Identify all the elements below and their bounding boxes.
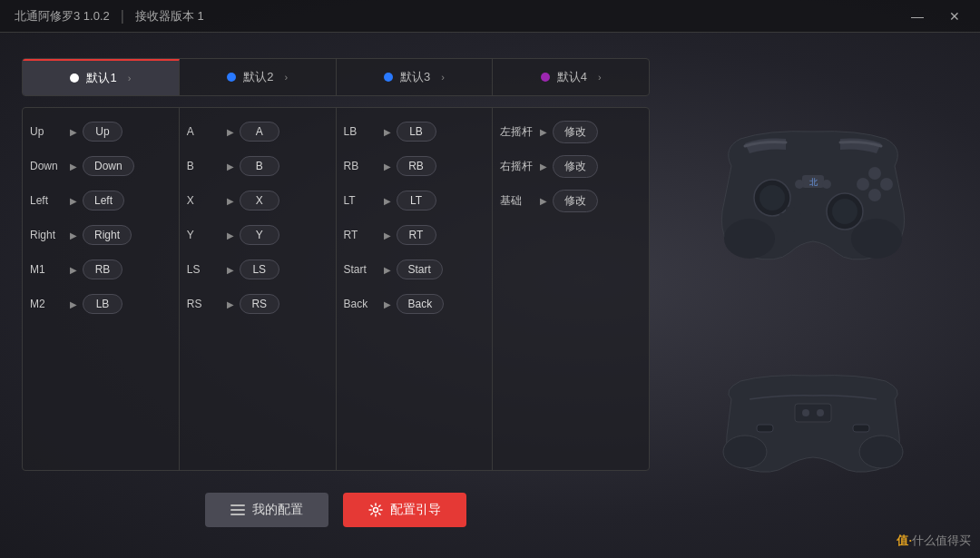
mapping-row: M2 ▶ LB (30, 289, 172, 318)
mapping-row: Y ▶ Y (187, 220, 328, 250)
svg-point-10 (868, 167, 881, 180)
map-arrow: ▶ (540, 127, 547, 137)
svg-point-12 (880, 178, 893, 191)
map-to[interactable]: A (240, 122, 279, 142)
svg-rect-8 (779, 213, 801, 222)
map-to[interactable]: RS (240, 294, 279, 314)
receiver-info: 接收器版本 1 (135, 8, 204, 24)
map-from: A (187, 125, 221, 138)
setup-guide-button[interactable]: 配置引导 (343, 493, 466, 527)
tab-arrow-1: › (128, 73, 132, 83)
right-panel: 北 (668, 58, 958, 543)
mapping-grid: Up ▶ Up Down ▶ Down Left ▶ Left (22, 107, 650, 471)
map-to[interactable]: RB (397, 156, 436, 176)
map-to[interactable]: Up (83, 122, 122, 142)
mapping-row: 左摇杆 ▶ 修改 (500, 117, 642, 146)
tab-arrow-3: › (441, 72, 445, 83)
map-from: LT (344, 194, 378, 207)
svg-rect-23 (853, 425, 869, 432)
map-to[interactable]: RT (397, 225, 436, 245)
tab-dot-2 (227, 73, 236, 82)
map-arrow: ▶ (70, 196, 77, 206)
menu-line-3 (230, 514, 245, 515)
map-to-modify[interactable]: 修改 (553, 190, 598, 212)
profile-tab-2[interactable]: 默认2 › (180, 59, 337, 95)
map-from: Start (344, 263, 378, 276)
svg-point-1 (724, 219, 775, 259)
map-to[interactable]: Down (83, 156, 134, 176)
profile-tab-2-label: 默认2 (243, 69, 273, 85)
watermark-sub: 什么值得买 (912, 534, 971, 547)
mapping-row: A ▶ A (187, 117, 328, 146)
minimize-button[interactable]: — (906, 7, 929, 25)
map-arrow: ▶ (384, 265, 391, 275)
svg-rect-17 (795, 404, 831, 422)
mapping-row: Up ▶ Up (30, 117, 172, 146)
map-from: RT (344, 229, 378, 241)
map-from: RS (187, 298, 221, 310)
mapping-row: Start ▶ Start (344, 255, 485, 284)
app-name: 北通阿修罗3 1.0.2 (15, 8, 110, 24)
map-to[interactable]: B (240, 156, 279, 176)
controller-front-image: 北 (695, 121, 931, 266)
map-from: M1 (30, 263, 64, 276)
map-arrow: ▶ (227, 127, 234, 137)
my-config-button[interactable]: 我的配置 (205, 493, 328, 527)
svg-point-19 (817, 409, 824, 416)
svg-point-15 (822, 180, 831, 189)
svg-text:北: 北 (808, 178, 818, 187)
profile-tab-1[interactable]: 默认1 › (23, 59, 180, 95)
map-from: X (187, 194, 221, 207)
map-from: LS (187, 263, 221, 276)
map-arrow: ▶ (384, 230, 391, 240)
mapping-column-4: 左摇杆 ▶ 修改 右摇杆 ▶ 修改 基础 ▶ 修改 (493, 108, 649, 470)
map-arrow: ▶ (384, 127, 391, 137)
profile-tab-4[interactable]: 默认4 › (493, 59, 649, 95)
map-to-modify[interactable]: 修改 (553, 155, 598, 178)
map-arrow: ▶ (70, 299, 77, 309)
close-button[interactable]: ✕ (944, 7, 965, 25)
menu-icon (230, 504, 245, 515)
mapping-row: LT ▶ LT (344, 186, 485, 215)
map-to[interactable]: X (240, 191, 279, 210)
map-to-modify[interactable]: 修改 (553, 121, 598, 143)
map-to[interactable]: LT (397, 191, 436, 210)
map-to[interactable]: Start (397, 259, 443, 279)
map-to[interactable]: LB (83, 294, 122, 314)
controller-back-image (695, 372, 931, 481)
map-from: B (187, 160, 221, 172)
map-arrow: ▶ (384, 299, 391, 309)
svg-point-4 (760, 185, 785, 210)
map-to[interactable]: Right (83, 225, 132, 245)
map-to[interactable]: Back (397, 294, 445, 314)
map-to[interactable]: Left (83, 191, 124, 210)
svg-point-9 (857, 178, 869, 191)
mapping-column-2: A ▶ A B ▶ B X ▶ X Y (180, 108, 337, 470)
tab-dot-1 (70, 73, 79, 83)
map-to[interactable]: Y (240, 225, 279, 245)
left-panel: 默认1 › 默认2 › 默认3 › 默认4 › (22, 58, 650, 543)
map-from: LB (344, 125, 378, 138)
window-controls: — ✕ (906, 7, 965, 25)
map-from: 基础 (500, 193, 534, 209)
tab-arrow-2: › (284, 72, 288, 83)
map-to[interactable]: LB (397, 122, 436, 142)
mapping-row: Left ▶ Left (30, 186, 172, 215)
profile-tab-3[interactable]: 默认3 › (337, 59, 494, 95)
gear-icon (368, 503, 383, 517)
map-arrow: ▶ (227, 230, 234, 240)
map-arrow: ▶ (227, 162, 234, 171)
map-to[interactable]: RB (83, 259, 122, 279)
map-arrow: ▶ (70, 265, 77, 275)
svg-point-21 (859, 436, 903, 468)
map-to[interactable]: LS (240, 259, 279, 279)
map-from: Right (30, 229, 64, 241)
map-arrow: ▶ (70, 230, 77, 240)
tab-arrow-4: › (598, 72, 602, 83)
mapping-row: RT ▶ RT (344, 220, 485, 250)
map-from: Y (187, 229, 221, 241)
svg-point-18 (802, 409, 809, 416)
map-arrow: ▶ (384, 196, 391, 206)
main-content: 默认1 › 默认2 › 默认3 › 默认4 › (0, 33, 980, 558)
svg-point-2 (851, 219, 902, 259)
